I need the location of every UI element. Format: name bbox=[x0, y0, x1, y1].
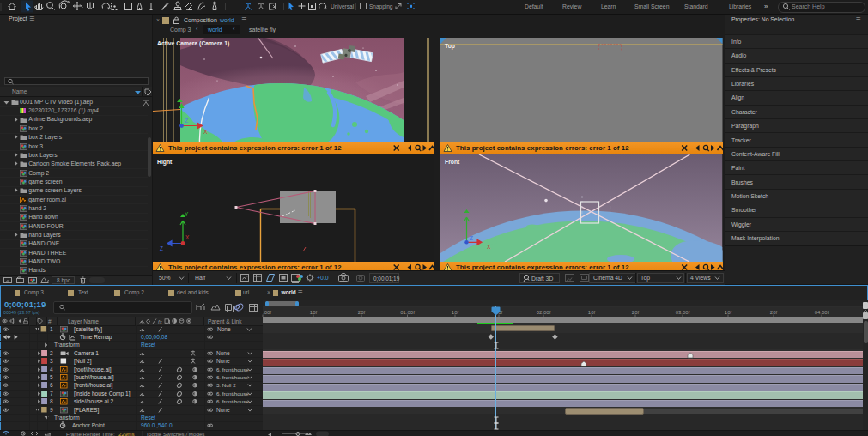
svg-text:None: None bbox=[216, 350, 230, 356]
svg-text:8: 8 bbox=[50, 398, 53, 404]
svg-text:Z: Z bbox=[470, 235, 473, 241]
svg-text::00f: :00f bbox=[263, 310, 271, 315]
svg-text:0;00;00;08: 0;00;00;08 bbox=[141, 334, 167, 340]
svg-text:Top: Top bbox=[445, 43, 455, 50]
svg-text:Anchor Point: Anchor Point bbox=[72, 422, 105, 428]
svg-text:20f: 20f bbox=[358, 310, 366, 315]
svg-text:Y: Y bbox=[185, 211, 189, 217]
svg-text:Parent & Link: Parent & Link bbox=[208, 318, 242, 324]
svg-text:6. front/house: 6. front/house bbox=[216, 398, 249, 404]
svg-text:Right: Right bbox=[157, 159, 173, 166]
svg-text:side//house.ai 2: side//house.ai 2 bbox=[74, 398, 113, 404]
svg-text:6. front/house: 6. front/house bbox=[216, 374, 249, 380]
svg-text:6: 6 bbox=[50, 382, 53, 388]
svg-text:8 bpc: 8 bpc bbox=[57, 277, 71, 284]
svg-text:1: 1 bbox=[50, 325, 53, 331]
svg-text:4: 4 bbox=[50, 366, 53, 372]
svg-text:3: 3 bbox=[50, 358, 53, 364]
svg-text:Toggle Switches / Modes: Toggle Switches / Modes bbox=[146, 431, 204, 436]
svg-text:#: # bbox=[48, 318, 52, 324]
svg-text:Draft 3D: Draft 3D bbox=[531, 276, 553, 282]
svg-text:50%: 50% bbox=[159, 275, 171, 281]
svg-text:Active Camera (Camera 1): Active Camera (Camera 1) bbox=[157, 40, 229, 47]
svg-text:7: 7 bbox=[50, 391, 53, 397]
svg-text:[roof//house.ai]: [roof//house.ai] bbox=[74, 366, 112, 372]
svg-text:Transform: Transform bbox=[54, 342, 80, 348]
svg-text:Half: Half bbox=[195, 275, 205, 281]
svg-text:04:00f: 04:00f bbox=[815, 310, 829, 315]
svg-text:None: None bbox=[216, 358, 230, 364]
svg-text:10f: 10f bbox=[452, 310, 459, 315]
svg-text:01:00f: 01:00f bbox=[400, 310, 415, 315]
svg-text:+0.0: +0.0 bbox=[317, 275, 329, 281]
svg-text:3. Null 2: 3. Null 2 bbox=[216, 382, 236, 388]
svg-text:229ms: 229ms bbox=[118, 431, 135, 436]
svg-text:2: 2 bbox=[50, 350, 53, 356]
svg-text:Front: Front bbox=[445, 159, 460, 165]
svg-text:Frame Render Time:: Frame Render Time: bbox=[66, 431, 115, 436]
svg-text:4 Views: 4 Views bbox=[690, 275, 711, 281]
svg-text:[inside house Comp 1]: [inside house Comp 1] bbox=[74, 391, 131, 397]
svg-text:Z: Z bbox=[160, 245, 163, 251]
svg-text:[bush//house.ai]: [bush//house.ai] bbox=[74, 374, 114, 381]
svg-text:Top: Top bbox=[640, 275, 650, 282]
svg-text:10f: 10f bbox=[725, 310, 732, 315]
svg-text:Z: Z bbox=[185, 118, 189, 124]
svg-text:10f: 10f bbox=[588, 310, 596, 315]
svg-text:960.0 ,540.0: 960.0 ,540.0 bbox=[141, 422, 173, 428]
svg-text:fx: fx bbox=[158, 319, 163, 324]
svg-text:9: 9 bbox=[50, 406, 53, 412]
svg-text:Transform: Transform bbox=[54, 415, 80, 421]
svg-text:03:00f: 03:00f bbox=[676, 310, 690, 315]
svg-text:0;00;01;19: 0;00;01;19 bbox=[373, 276, 400, 282]
svg-text:Cinema 4D: Cinema 4D bbox=[593, 275, 622, 281]
svg-text:[Null 2]: [Null 2] bbox=[74, 358, 92, 365]
svg-text:5: 5 bbox=[50, 374, 53, 380]
svg-text:Universal: Universal bbox=[331, 3, 355, 9]
svg-text:None: None bbox=[216, 406, 230, 412]
svg-text:20f: 20f bbox=[770, 310, 778, 315]
svg-text:Snapping: Snapping bbox=[369, 3, 393, 10]
svg-text:[FLARES]: [FLARES] bbox=[74, 406, 99, 413]
svg-text:[satelite fly]: [satelite fly] bbox=[74, 325, 102, 332]
svg-text:10f: 10f bbox=[310, 310, 318, 315]
svg-text:[front//house.ai]: [front//house.ai] bbox=[74, 382, 113, 389]
svg-text:X: X bbox=[203, 129, 208, 135]
svg-text:6. front/house: 6. front/house bbox=[216, 391, 249, 397]
svg-text:X: X bbox=[487, 244, 491, 250]
svg-text:X: X bbox=[185, 234, 190, 240]
svg-text:6. front/house: 6. front/house bbox=[216, 366, 249, 372]
svg-text:Time Remap: Time Remap bbox=[80, 334, 112, 341]
svg-text:Reset: Reset bbox=[141, 415, 155, 421]
svg-text:None: None bbox=[217, 325, 231, 331]
svg-text:20f: 20f bbox=[632, 310, 640, 315]
svg-text:02:00f: 02:00f bbox=[537, 310, 551, 315]
svg-text:Reset: Reset bbox=[141, 342, 155, 348]
svg-text:Camera 1: Camera 1 bbox=[74, 350, 99, 356]
